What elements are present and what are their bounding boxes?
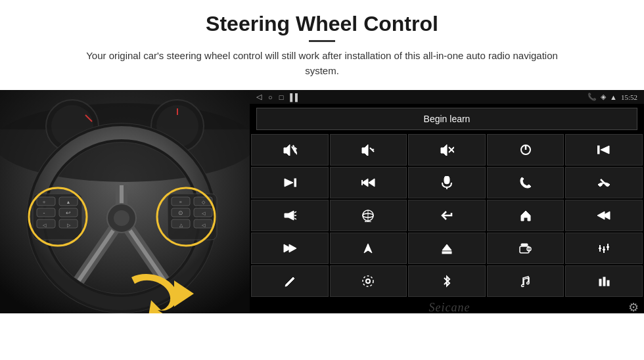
vol-down-button[interactable]: - [330, 134, 407, 166]
android-panel: ◁ ○ □ ▌▌ 📞 ◈ ▲ 15:52 Begin learn + [250, 90, 644, 313]
svg-rect-23 [37, 219, 55, 228]
time-display: 15:52 [621, 93, 637, 101]
svg-rect-82 [521, 244, 528, 246]
eq-button[interactable] [565, 233, 643, 264]
svg-point-89 [366, 279, 370, 283]
eject-button[interactable] [408, 233, 486, 264]
svg-rect-56 [597, 146, 599, 154]
svg-text:+: + [42, 198, 45, 205]
power-button[interactable] [487, 134, 564, 166]
page-title: Steering Wheel Control [39, 12, 605, 36]
svg-marker-78 [442, 244, 451, 250]
svg-rect-21 [37, 208, 55, 217]
svg-text:↩: ↩ [66, 210, 71, 216]
pen-button[interactable] [251, 265, 329, 297]
steering-image: + ▲ - ↩ ◁ ▷ ≡ ◇ ⊙ ◁ △ [0, 90, 250, 313]
page-wrapper: Steering Wheel Control Your original car… [0, 0, 644, 360]
fast-prev-button[interactable] [330, 167, 407, 198]
svg-rect-79 [442, 252, 451, 254]
phone-status-icon: 📞 [587, 93, 597, 101]
home-nav-icon[interactable]: ○ [268, 93, 273, 101]
content-row: + ▲ - ↩ ◁ ▷ ≡ ◇ ⊙ ◁ △ [0, 90, 644, 360]
360-button[interactable]: 360° [330, 200, 407, 231]
title-divider [309, 40, 335, 42]
subtitle: Your original car's steering wheel contr… [85, 49, 559, 78]
svg-marker-57 [601, 146, 609, 154]
navigate-button[interactable] [330, 233, 407, 264]
svg-rect-91 [599, 279, 601, 286]
seicane-watermark: Seicane [429, 298, 471, 316]
status-left: ◁ ○ □ ▌▌ [256, 93, 300, 101]
svg-marker-60 [362, 179, 368, 187]
svg-text:360°: 360° [365, 221, 372, 222]
skip-fwd-button[interactable] [251, 233, 329, 264]
next-button[interactable] [251, 167, 329, 198]
svg-point-90 [363, 276, 373, 286]
status-bar: ◁ ○ □ ▌▌ 📞 ◈ ▲ 15:52 [250, 90, 644, 104]
svg-rect-63 [444, 176, 449, 184]
wifi-status-icon: ▲ [610, 93, 617, 101]
steering-wheel-svg: + ▲ - ↩ ◁ ▷ ≡ ◇ ⊙ ◁ △ [0, 90, 250, 313]
radio-button[interactable] [487, 233, 564, 264]
begin-learn-button[interactable]: Begin learn [256, 108, 637, 130]
horn-button[interactable] [251, 200, 329, 231]
hang-up-button[interactable] [565, 167, 643, 198]
signal-icon: ▌▌ [290, 93, 300, 101]
header-section: Steering Wheel Control Your original car… [0, 0, 644, 83]
bottom-bar: Seicane ⚙ [250, 297, 644, 317]
home-button[interactable] [487, 200, 564, 231]
svg-marker-76 [289, 244, 296, 252]
svg-marker-77 [364, 244, 372, 253]
svg-rect-92 [603, 277, 605, 286]
svg-text:+: + [294, 145, 297, 152]
svg-marker-61 [369, 179, 375, 187]
svg-text:⊙: ⊙ [178, 210, 183, 216]
location-status-icon: ◈ [601, 93, 606, 101]
mute-button[interactable] [408, 134, 486, 166]
levels-button[interactable] [565, 265, 643, 297]
controls-grid: + - [250, 134, 644, 297]
svg-text:≡: ≡ [179, 200, 182, 205]
bluetooth-button[interactable] [408, 265, 486, 297]
svg-rect-19 [37, 197, 55, 206]
back-nav-icon[interactable]: ◁ [256, 93, 262, 101]
recents-nav-icon[interactable]: □ [279, 93, 284, 101]
back-button[interactable] [408, 200, 486, 231]
svg-line-66 [294, 212, 296, 213]
svg-text:▲: ▲ [66, 200, 71, 205]
music-button[interactable] [487, 265, 564, 297]
svg-text:-: - [43, 210, 45, 216]
phone-call-button[interactable] [487, 167, 564, 198]
prev-track-button[interactable] [565, 134, 643, 166]
status-right: 📞 ◈ ▲ 15:52 [587, 93, 637, 101]
gear-icon-wrap[interactable]: ⚙ [628, 300, 639, 315]
vol-up-button[interactable]: + [251, 134, 329, 166]
svg-rect-93 [607, 281, 609, 286]
svg-text:-: - [372, 146, 374, 152]
svg-marker-74 [597, 212, 605, 219]
svg-marker-58 [285, 179, 293, 187]
mic-button[interactable] [408, 167, 486, 198]
skip-back-button[interactable] [565, 200, 643, 231]
settings2-button[interactable] [330, 265, 407, 297]
svg-point-17 [114, 210, 129, 226]
svg-line-68 [294, 218, 296, 219]
svg-rect-59 [294, 179, 296, 187]
